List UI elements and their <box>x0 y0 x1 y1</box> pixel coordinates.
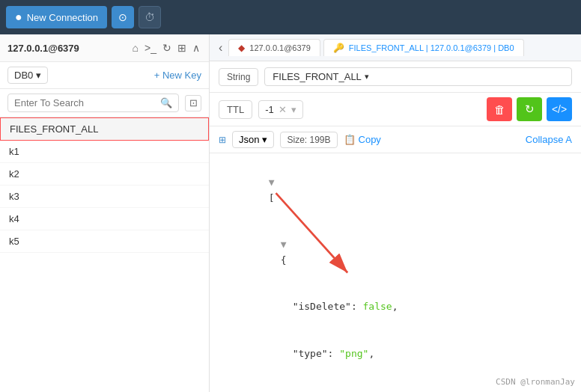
grid-icon[interactable]: ⊞ <box>176 40 188 55</box>
new-key-label: + New Key <box>154 70 201 81</box>
action-buttons: 🗑 ↻ </> <box>487 97 572 121</box>
format-select-icon: ⊞ <box>219 135 226 145</box>
left-panel: 127.0.0.1@6379 ⌂ >_ ↻ ⊞ ∧ DB0 ▾ + New Ke… <box>0 34 210 392</box>
key-name-field[interactable]: FILES_FRONT_ALL ▾ <box>264 67 572 86</box>
delete-button[interactable]: 🗑 <box>487 97 512 121</box>
server-actions: ⌂ >_ ↻ ⊞ ∧ <box>131 40 201 55</box>
format-label: Json <box>239 134 259 145</box>
refresh-button[interactable]: ↻ <box>517 97 542 121</box>
collapse-array-icon[interactable]: ▼ <box>269 177 281 188</box>
search-input[interactable] <box>14 97 157 108</box>
key-name-dropdown-icon: ▾ <box>365 72 369 82</box>
search-box[interactable]: 🔍 <box>7 94 179 112</box>
json-line-type: "type": "png", <box>222 331 569 377</box>
tree-icon: ⊞ <box>219 135 226 145</box>
key-name: k5 <box>9 236 19 247</box>
filter-icon[interactable]: ⊡ <box>185 95 201 111</box>
redis-icon: ◆ <box>238 43 245 53</box>
json-line-0: ▼ [ <box>222 159 569 221</box>
key-name: k4 <box>9 213 19 224</box>
connection-tab-label: 127.0.0.1@6379 <box>249 43 311 52</box>
clock-icon-btn[interactable]: ⏱ <box>139 6 161 28</box>
key-item-k4[interactable]: k4 <box>0 208 209 230</box>
key-type-row: String FILES_FRONT_ALL ▾ <box>210 61 581 93</box>
content-toolbar: ⊞ Json ▾ Size: 199B 📋 Copy Collapse A <box>210 126 581 153</box>
db-selector[interactable]: DB0 ▾ <box>7 67 48 84</box>
new-connection-label: New Connection <box>27 12 98 23</box>
copy-icon: 📋 <box>344 134 356 145</box>
format-dropdown[interactable]: Json ▾ <box>232 131 274 148</box>
collapse-obj-icon[interactable]: ▼ <box>281 239 293 250</box>
key-detail-tab-label: FILES_FRONT_ALL | 127.0.0.1@6379 | DB0 <box>349 43 514 52</box>
size-badge: Size: 199B <box>280 132 337 148</box>
type-label: String <box>227 72 250 82</box>
json-line-isdelete: "isDelete": false, <box>222 284 569 330</box>
collapse-all-label: Collapse A <box>526 134 572 145</box>
watermark: CSDN @lronmanJay <box>496 376 575 389</box>
key-name: k2 <box>9 168 19 180</box>
search-row: 🔍 ⊡ <box>0 89 209 117</box>
tab-back-btn[interactable]: ‹ <box>216 38 225 58</box>
copy-button[interactable]: 📋 Copy <box>344 134 381 145</box>
json-viewer: ▼ [ ▼ { "isDelete": false, "type": "png"… <box>210 153 581 392</box>
search-icon: 🔍 <box>160 97 172 108</box>
main-layout: 127.0.0.1@6379 ⌂ >_ ↻ ⊞ ∧ DB0 ▾ + New Ke… <box>0 34 581 392</box>
ttl-row: TTL -1 ✕ ▾ 🗑 ↻ </> <box>210 93 581 126</box>
json-line-1: ▼ { <box>222 221 569 284</box>
ttl-dropdown-icon[interactable]: ▾ <box>291 104 296 115</box>
edit-button[interactable]: </> <box>547 97 572 121</box>
collapse-icon[interactable]: ∧ <box>191 40 201 55</box>
key-item-files-front-all[interactable]: FILES_FRONT_ALL <box>0 117 209 141</box>
key-item-k2[interactable]: k2 <box>0 163 209 186</box>
size-label: Size: 199B <box>287 135 330 145</box>
type-badge: String <box>219 68 258 86</box>
connection-tab[interactable]: ◆ 127.0.0.1@6379 <box>228 39 320 56</box>
ttl-clear-icon[interactable]: ✕ <box>279 104 287 115</box>
server-header: 127.0.0.1@6379 ⌂ >_ ↻ ⊞ ∧ <box>0 34 209 62</box>
home-icon[interactable]: ⌂ <box>131 40 140 55</box>
connection-icon-btn[interactable]: ⊙ <box>112 6 134 28</box>
key-name-value: FILES_FRONT_ALL <box>273 71 362 82</box>
new-connection-button[interactable]: ● New Connection <box>6 6 107 28</box>
refresh-icon[interactable]: ↻ <box>161 40 173 55</box>
copy-label: Copy <box>359 134 381 145</box>
collapse-all-button[interactable]: Collapse A <box>526 134 572 145</box>
key-name: k1 <box>9 146 19 157</box>
tab-bar: ‹ ◆ 127.0.0.1@6379 🔑 FILES_FRONT_ALL | 1… <box>210 34 581 61</box>
key-tab-icon: 🔑 <box>333 43 344 53</box>
plus-icon: ● <box>15 10 22 24</box>
key-item-k1[interactable]: k1 <box>0 141 209 163</box>
new-key-button[interactable]: + New Key <box>154 70 201 81</box>
format-dropdown-icon: ▾ <box>262 134 267 145</box>
right-panel: ‹ ◆ 127.0.0.1@6379 🔑 FILES_FRONT_ALL | 1… <box>210 34 581 392</box>
top-bar: ● New Connection ⊙ ⏱ <box>0 0 581 34</box>
db-name: DB0 <box>14 70 33 81</box>
db-dropdown-icon: ▾ <box>36 70 41 81</box>
key-name: FILES_FRONT_ALL <box>10 123 99 135</box>
ttl-value: -1 <box>265 104 274 115</box>
key-list: FILES_FRONT_ALL k1 k2 k3 k4 k5 <box>0 117 209 392</box>
key-name: k3 <box>9 191 19 202</box>
key-detail-tab[interactable]: 🔑 FILES_FRONT_ALL | 127.0.0.1@6379 | DB0 <box>323 39 524 56</box>
key-item-k5[interactable]: k5 <box>0 230 209 253</box>
server-name: 127.0.0.1@6379 <box>7 43 79 54</box>
db-row: DB0 ▾ + New Key <box>0 62 209 89</box>
key-item-k3[interactable]: k3 <box>0 186 209 208</box>
ttl-label: TTL <box>219 100 252 119</box>
terminal-icon[interactable]: >_ <box>143 40 158 55</box>
ttl-value-box[interactable]: -1 ✕ ▾ <box>258 100 303 119</box>
